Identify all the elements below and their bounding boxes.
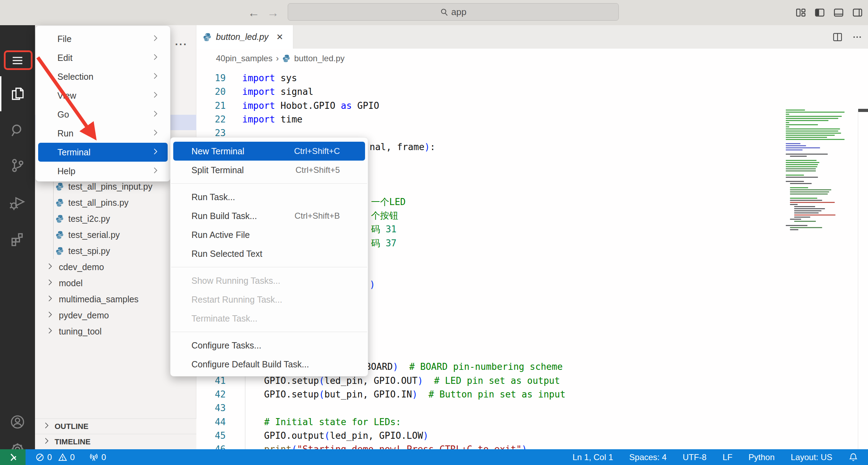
- menu-item-help[interactable]: Help: [38, 162, 168, 181]
- source-control-icon[interactable]: [0, 150, 35, 181]
- submenu-item-terminate-task[interactable]: Terminate Task...: [173, 309, 365, 328]
- folder-name: multimedia_samples: [59, 294, 139, 304]
- panel-title: TIMELINE: [55, 437, 91, 446]
- python-file-icon: [282, 54, 290, 63]
- toggle-secondary-sidebar-icon[interactable]: [852, 7, 863, 18]
- line-number: 43: [196, 401, 226, 415]
- line-number: 19: [196, 71, 226, 85]
- search-view-icon[interactable]: [0, 115, 35, 146]
- panel-header-outline[interactable]: OUTLINE: [35, 418, 196, 434]
- encoding[interactable]: UTF-8: [683, 452, 707, 462]
- language-mode[interactable]: Python: [749, 452, 775, 462]
- submenu-item-show-running-tasks[interactable]: Show Running Tasks...: [173, 271, 365, 290]
- code-fragment: 一个LED: [371, 195, 406, 209]
- more-actions-icon[interactable]: [852, 32, 862, 42]
- menu-item-label: Run: [57, 128, 74, 139]
- code-fragment: ): [370, 277, 375, 291]
- code-line-19[interactable]: 19import sys: [196, 71, 868, 85]
- eol-sequence[interactable]: LF: [723, 452, 733, 462]
- toggle-primary-sidebar-icon[interactable]: [814, 7, 825, 18]
- submenu-item-restart-running-task[interactable]: Restart Running Task...: [173, 290, 365, 309]
- search-icon: [440, 8, 448, 16]
- nav-back-button[interactable]: ←: [245, 0, 262, 25]
- explorer-actions-ellipsis[interactable]: ···: [175, 38, 188, 50]
- chevron-right-icon: [152, 34, 159, 44]
- breadcrumb-folder[interactable]: 40pin_samples: [216, 54, 272, 63]
- code-line-22[interactable]: 22import time: [196, 112, 868, 126]
- minimap[interactable]: [786, 110, 847, 231]
- chevron-right-icon: [152, 110, 159, 120]
- status-right-items: Ln 1, Col 1 Spaces: 4 UTF-8 LF Python La…: [573, 452, 868, 462]
- menu-item-run[interactable]: Run: [38, 124, 168, 143]
- run-debug-icon[interactable]: [0, 187, 35, 218]
- menu-item-file[interactable]: File: [38, 29, 168, 48]
- code-line-43[interactable]: 43: [196, 401, 868, 415]
- submenu-item-run-active-file[interactable]: Run Active File: [173, 225, 365, 244]
- remote-icon: [8, 452, 18, 463]
- customize-layout-icon[interactable]: [795, 7, 806, 18]
- submenu-item-label: Split Terminal: [191, 165, 244, 175]
- tab-close-icon[interactable]: ✕: [276, 32, 283, 42]
- menu-item-label: Selection: [57, 72, 93, 82]
- radio-tower-icon: [89, 452, 99, 462]
- breadcrumb-separator-icon: ›: [276, 54, 279, 63]
- submenu-item-configure-tasks[interactable]: Configure Tasks...: [173, 336, 365, 355]
- code-line-21[interactable]: 21import Hobot.GPIO as GPIO: [196, 99, 868, 113]
- tab-button-led[interactable]: button_led.py ✕: [196, 25, 293, 49]
- back-arrow-icon: ←: [248, 6, 260, 20]
- line-number: 44: [196, 415, 226, 429]
- remote-indicator[interactable]: [0, 449, 26, 465]
- panel-header-timeline[interactable]: TIMELINE: [35, 434, 196, 449]
- file-name: test_spi.py: [68, 246, 110, 256]
- nav-forward-button[interactable]: →: [264, 0, 282, 25]
- submenu-item-configure-default-build-task[interactable]: Configure Default Build Task...: [173, 355, 365, 374]
- explorer-icon[interactable]: [0, 76, 35, 111]
- account-icon[interactable]: [0, 412, 35, 432]
- code-line-44[interactable]: 44 # Initial state for LEDs:: [196, 415, 868, 429]
- code-line-42[interactable]: 42 GPIO.setup(but_pin, GPIO.IN) # Button…: [196, 387, 868, 401]
- menu-item-edit[interactable]: Edit: [38, 48, 168, 67]
- keyboard-layout[interactable]: Layout: US: [791, 452, 832, 462]
- title-bar: ← → app: [0, 0, 868, 25]
- menu-item-terminal[interactable]: Terminal: [38, 143, 168, 162]
- submenu-item-split-terminal[interactable]: Split TerminalCtrl+Shift+5: [173, 161, 365, 179]
- submenu-item-run-build-task[interactable]: Run Build Task...Ctrl+Shift+B: [173, 206, 365, 225]
- file-name: test_serial.py: [68, 230, 120, 240]
- menu-separator: [171, 183, 367, 184]
- command-center-search[interactable]: app: [288, 3, 619, 21]
- problems-status[interactable]: 0 0: [35, 452, 75, 462]
- submenu-item-run-task[interactable]: Run Task...: [173, 188, 365, 206]
- code-text: import signal: [242, 85, 314, 99]
- scrollbar-thumb[interactable]: [858, 109, 868, 112]
- ports-status[interactable]: 0: [89, 452, 106, 462]
- chevron-right-icon: [152, 166, 159, 176]
- cursor-position[interactable]: Ln 1, Col 1: [573, 452, 613, 462]
- python-file-icon: [55, 182, 64, 191]
- extensions-icon[interactable]: [0, 223, 35, 255]
- menu-item-selection[interactable]: Selection: [38, 67, 168, 86]
- code-fragment: 个按钮: [371, 209, 398, 223]
- file-name: test_all_pins.py: [68, 198, 128, 208]
- submenu-item-new-terminal[interactable]: New TerminalCtrl+Shift+C: [173, 142, 365, 161]
- bell-icon[interactable]: [848, 452, 858, 462]
- chevron-right-icon: [43, 437, 50, 447]
- vscode-window: ← → app: [0, 0, 868, 465]
- menu-item-label: Terminal: [57, 147, 90, 157]
- split-editor-icon[interactable]: [832, 32, 843, 42]
- error-count: 0: [47, 452, 52, 462]
- menu-item-go[interactable]: Go: [38, 105, 168, 124]
- code-line-20[interactable]: 20import signal: [196, 85, 868, 99]
- chevron-right-icon: [152, 147, 159, 157]
- submenu-item-label: Configure Tasks...: [191, 340, 261, 351]
- submenu-item-run-selected-text[interactable]: Run Selected Text: [173, 244, 365, 263]
- error-icon: [35, 453, 44, 462]
- toggle-panel-icon[interactable]: [833, 7, 844, 18]
- tab-bar: button_led.py ✕: [196, 25, 868, 49]
- code-line-45[interactable]: 45 GPIO.output(led_pin, GPIO.LOW): [196, 429, 868, 443]
- indentation[interactable]: Spaces: 4: [629, 452, 667, 462]
- breadcrumb-file[interactable]: button_led.py: [294, 54, 344, 63]
- chevron-right-icon: [46, 294, 54, 304]
- menu-item-view[interactable]: View: [38, 86, 168, 105]
- keybinding-label: Ctrl+Shift+5: [295, 165, 340, 175]
- code-line-46[interactable]: 46 print("Starting demo now! Press CTRL+…: [196, 442, 868, 449]
